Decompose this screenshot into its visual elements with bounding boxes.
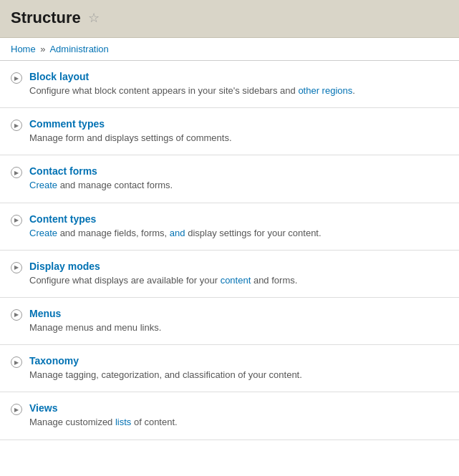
item-content: Views Manage customized lists of content… xyxy=(29,402,448,429)
item-content: Display modes Configure what displays ar… xyxy=(29,261,448,287)
contact-forms-link[interactable]: Contact forms xyxy=(29,165,97,177)
structure-items-list: Block layout Configure what block conten… xyxy=(0,61,459,440)
list-item: Display modes Configure what displays ar… xyxy=(0,251,459,298)
breadcrumb-admin-link[interactable]: Administration xyxy=(49,44,108,54)
contact-forms-description: Create and manage contact forms. xyxy=(29,179,448,192)
list-item: Content types Create and manage fields, … xyxy=(0,203,459,251)
page-title: Structure xyxy=(11,9,81,27)
block-layout-description: Configure what block content appears in … xyxy=(29,84,448,97)
item-content: Content types Create and manage fields, … xyxy=(29,213,448,240)
list-item: Taxonomy Manage tagging, categorization,… xyxy=(0,345,459,392)
breadcrumb-home-link[interactable]: Home xyxy=(11,44,36,54)
list-item: Comment types Manage form and displays s… xyxy=(0,108,459,155)
views-link[interactable]: Views xyxy=(29,402,57,414)
item-content: Comment types Manage form and displays s… xyxy=(29,118,448,145)
expand-icon[interactable] xyxy=(11,309,22,321)
menus-description: Manage menus and menu links. xyxy=(29,321,448,334)
breadcrumb-separator: » xyxy=(40,44,45,54)
list-item: Views Manage customized lists of content… xyxy=(0,392,459,439)
favorite-star-icon[interactable]: ☆ xyxy=(88,10,100,26)
content-types-link[interactable]: Content types xyxy=(29,213,96,225)
expand-icon[interactable] xyxy=(11,262,22,273)
other-regions-link[interactable]: other regions xyxy=(298,85,352,96)
comment-types-link[interactable]: Comment types xyxy=(29,118,105,130)
display-modes-description: Configure what displays are available fo… xyxy=(29,274,448,287)
content-link[interactable]: content xyxy=(221,275,251,286)
breadcrumb: Home » Administration xyxy=(0,38,459,61)
block-layout-link[interactable]: Block layout xyxy=(29,71,89,82)
item-content: Block layout Configure what block conten… xyxy=(29,71,448,97)
create-and-manage-link[interactable]: Create xyxy=(29,228,57,238)
item-content: Menus Manage menus and menu links. xyxy=(29,308,448,334)
comment-types-description: Manage form and displays settings of com… xyxy=(29,132,448,145)
and-display-link[interactable]: and xyxy=(170,228,185,238)
lists-link[interactable]: lists xyxy=(115,417,131,427)
display-modes-link[interactable]: Display modes xyxy=(29,261,100,272)
views-description: Manage customized lists of content. xyxy=(29,416,448,429)
taxonomy-description: Manage tagging, categorization, and clas… xyxy=(29,369,448,382)
item-content: Contact forms Create and manage contact … xyxy=(29,165,448,192)
create-link[interactable]: Create xyxy=(29,180,57,190)
content-types-description: Create and manage fields, forms, and dis… xyxy=(29,227,448,240)
expand-icon[interactable] xyxy=(11,404,22,415)
list-item: Contact forms Create and manage contact … xyxy=(0,155,459,203)
page-header: Structure ☆ xyxy=(0,0,459,38)
expand-icon[interactable] xyxy=(11,215,22,226)
list-item: Block layout Configure what block conten… xyxy=(0,61,459,108)
item-content: Taxonomy Manage tagging, categorization,… xyxy=(29,355,448,382)
expand-icon[interactable] xyxy=(11,356,22,368)
taxonomy-link[interactable]: Taxonomy xyxy=(29,355,79,366)
expand-icon[interactable] xyxy=(11,120,22,131)
list-item: Menus Manage menus and menu links. xyxy=(0,298,459,345)
menus-link[interactable]: Menus xyxy=(29,308,61,319)
expand-icon[interactable] xyxy=(11,72,22,84)
expand-icon[interactable] xyxy=(11,167,22,178)
